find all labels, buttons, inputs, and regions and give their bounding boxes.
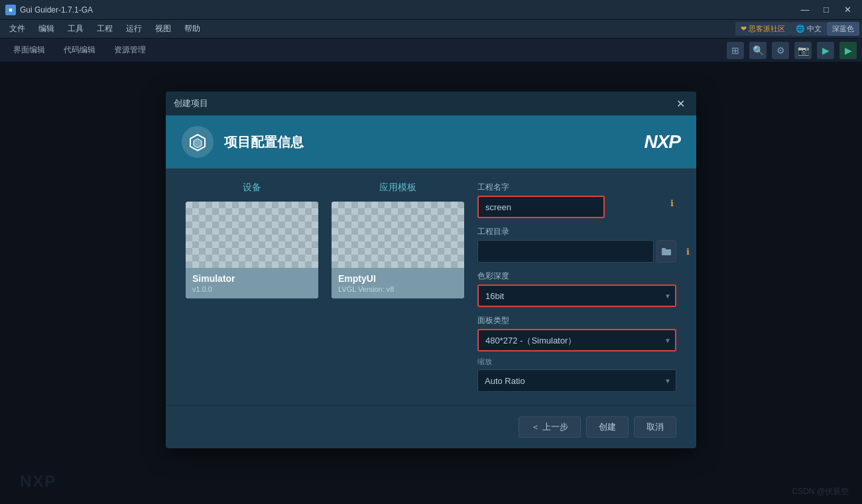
device-name: Simulator [192, 273, 312, 284]
project-name-input[interactable] [477, 196, 605, 218]
community-button[interactable]: ❤ 思客派社区 [735, 22, 790, 36]
template-version: LVGL Version: v8 [338, 285, 458, 293]
dialog-header-title: 项目配置信息 [224, 133, 304, 151]
theme-button[interactable]: 深蓝色 [827, 22, 859, 36]
color-depth-wrapper: 16bit 1bit 8bit 32bit ▼ [477, 284, 676, 307]
nxp-logo: NXP [644, 131, 680, 153]
svg-marker-1 [194, 139, 202, 148]
browse-button[interactable] [656, 240, 676, 263]
panel-type-group: 面板类型 480*272 -（Simulator） 800*480 1024*6… [477, 315, 676, 351]
template-image [332, 202, 464, 268]
panel-type-label: 面板类型 [477, 315, 676, 326]
cancel-button[interactable]: 取消 [634, 416, 676, 438]
menu-bar: 文件 编辑 工具 工程 运行 视图 帮助 ❤ 思客派社区 🌐 中文 深蓝色 [0, 20, 862, 38]
scale-wrapper: Auto Ratio 1x 2x Custom ▼ [477, 369, 676, 392]
modal-overlay: 创建项目 ✕ 项目配置信息 NXP [0, 62, 862, 504]
project-dir-label: 工程目录 [477, 226, 676, 237]
device-card-label: Simulator v1.0.0 [186, 268, 318, 298]
toolbar-tabs: 界面编辑 代码编辑 资源管理 [5, 42, 154, 58]
dialog-body: 设备 Simulator v1.0.0 应用模板 [166, 168, 696, 405]
template-label: 应用模板 [332, 182, 464, 196]
color-depth-label: 色彩深度 [477, 271, 676, 282]
project-dir-group: 工程目录 ℹ [477, 226, 676, 263]
dialog-titlebar: 创建项目 ✕ [166, 92, 696, 115]
menu-project[interactable]: 工程 [90, 22, 119, 36]
project-name-group: 工程名字 ℹ [477, 182, 676, 218]
tab-code-editor[interactable]: 代码编辑 [56, 42, 103, 58]
settings-button[interactable]: ⚙ [772, 42, 789, 59]
create-project-dialog: 创建项目 ✕ 项目配置信息 NXP [166, 92, 696, 448]
dialog-footer: ＜ 上一步 创建 取消 [166, 405, 696, 448]
create-button[interactable]: 创建 [586, 416, 629, 438]
panel-columns: 设备 Simulator v1.0.0 应用模板 [186, 182, 464, 298]
panel-type-wrapper: 480*272 -（Simulator） 800*480 1024*600 ▼ [477, 329, 676, 351]
dialog-title: 创建项目 [174, 97, 208, 109]
language-button[interactable]: 🌐 中文 [790, 22, 827, 36]
screenshot-button[interactable]: 📷 [794, 42, 812, 59]
app-icon: ■ [5, 5, 16, 15]
run-button[interactable]: ▶ [839, 42, 857, 59]
svg-rect-3 [662, 248, 666, 251]
title-bar: ■ Gui Guider-1.7.1-GA — □ ✕ [0, 0, 862, 20]
device-image [186, 202, 318, 268]
template-card[interactable]: EmptyUI LVGL Version: v8 [332, 202, 464, 298]
device-version: v1.0.0 [192, 285, 312, 293]
template-card-label: EmptyUI LVGL Version: v8 [332, 268, 464, 298]
device-card[interactable]: Simulator v1.0.0 [186, 202, 318, 298]
zoom-fit-button[interactable]: ⊞ [727, 42, 744, 59]
menu-help[interactable]: 帮助 [178, 22, 207, 36]
toolbar-actions: ⊞ 🔍 ⚙ 📷 ▶ ▶ [727, 42, 857, 59]
window-close-button[interactable]: ✕ [838, 3, 857, 17]
project-dir-row: ℹ [477, 240, 676, 263]
project-name-label: 工程名字 [477, 182, 676, 193]
zoom-in-button[interactable]: 🔍 [749, 42, 767, 59]
tab-ui-editor[interactable]: 界面编辑 [5, 42, 53, 58]
left-panel: 设备 Simulator v1.0.0 应用模板 [186, 182, 464, 392]
menu-run[interactable]: 运行 [119, 22, 149, 36]
dialog-header-left: 项目配置信息 [182, 126, 304, 158]
template-name: EmptyUI [338, 273, 458, 284]
menu-view[interactable]: 视图 [149, 22, 178, 36]
device-column: 设备 Simulator v1.0.0 [186, 182, 318, 298]
toolbar: 界面编辑 代码编辑 资源管理 ⊞ 🔍 ⚙ 📷 ▶ ▶ [0, 38, 862, 62]
dialog-close-button[interactable]: ✕ [672, 95, 688, 111]
menu-tools[interactable]: 工具 [61, 22, 90, 36]
scale-section-label: 缩放 [477, 357, 676, 367]
dir-info-icon: ℹ [686, 247, 690, 257]
menu-edit[interactable]: 编辑 [32, 22, 61, 36]
scale-group: 缩放 Auto Ratio 1x 2x Custom ▼ [477, 359, 676, 392]
tab-resource-manager[interactable]: 资源管理 [106, 42, 154, 58]
scale-select[interactable]: Auto Ratio 1x 2x Custom [477, 369, 676, 392]
template-column: 应用模板 EmptyUI LVGL Version: v8 [332, 182, 464, 298]
project-name-info-icon: ℹ [670, 198, 674, 208]
color-depth-select[interactable]: 16bit 1bit 8bit 32bit [477, 284, 676, 307]
preview-button[interactable]: ▶ [817, 42, 834, 59]
maximize-button[interactable]: □ [817, 3, 835, 17]
dialog-header: 项目配置信息 NXP [166, 115, 696, 168]
app-title: Gui Guider-1.7.1-GA [20, 5, 796, 15]
main-area: NXP CSDN @伏辰空 创建项目 ✕ 项目配置 [0, 62, 862, 504]
window-controls: — □ ✕ [796, 3, 857, 17]
right-panel: 工程名字 ℹ 工程目录 [477, 182, 676, 392]
menu-file[interactable]: 文件 [3, 22, 32, 36]
color-depth-group: 色彩深度 16bit 1bit 8bit 32bit ▼ [477, 271, 676, 307]
panel-type-select[interactable]: 480*272 -（Simulator） 800*480 1024*600 [477, 329, 676, 351]
minimize-button[interactable]: — [796, 3, 814, 17]
project-dir-input[interactable] [477, 240, 654, 263]
device-label: 设备 [186, 182, 318, 196]
project-icon [182, 126, 214, 158]
back-button[interactable]: ＜ 上一步 [519, 416, 581, 438]
